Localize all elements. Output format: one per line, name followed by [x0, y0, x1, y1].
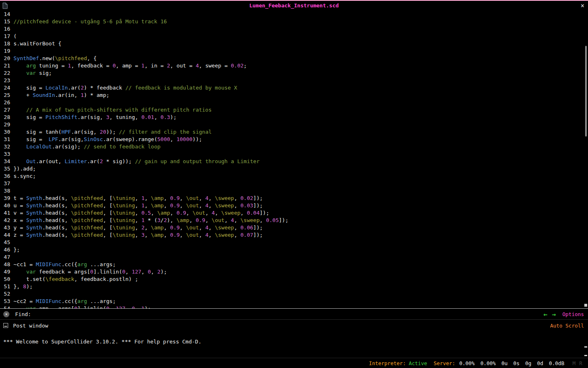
code-line[interactable]: 40u = Synth.head(s, \pitchfeed, [\tuning…: [0, 202, 588, 209]
code-editor[interactable]: 1415//pitchfeed device - utgång 5-6 på M…: [0, 11, 588, 309]
code-line[interactable]: 32 LocalOut.ar(sig); // send to feedback…: [0, 143, 588, 150]
line-number: 25: [0, 92, 13, 99]
code-token: .ar(sig,: [58, 136, 84, 142]
code-line[interactable]: 27 // A mix of two pitch-shifters with d…: [0, 106, 588, 114]
code-token: .head(s,: [42, 232, 71, 238]
code-token: Synth: [26, 202, 42, 209]
editor-scrollbar[interactable]: [584, 11, 588, 308]
code-token: LocalIn: [45, 85, 68, 91]
code-text: var feedback = args[0].linlin(0, 127, 0,…: [13, 268, 167, 276]
find-close-button[interactable]: ×: [3, 311, 9, 317]
find-input[interactable]: [35, 311, 543, 317]
line-number: 22: [0, 70, 13, 77]
code-line[interactable]: 19: [0, 47, 588, 55]
mute-indicator[interactable]: M: [572, 360, 576, 366]
code-token: 1: [68, 63, 71, 69]
code-token: 2: [157, 269, 160, 275]
code-token: ,: [199, 232, 205, 238]
code-line[interactable]: 31 sig = LPF.ar(sig,SinOsc.ar(sweep).ran…: [0, 136, 588, 143]
code-line[interactable]: 33: [0, 150, 588, 158]
code-token: 0.9: [170, 195, 180, 201]
code-line[interactable]: 48~cc1 = MIDIFunc.cc({arg ...args;: [0, 261, 588, 268]
code-line[interactable]: 49 var feedback = args[0].linlin(0, 127,…: [0, 268, 588, 276]
code-line[interactable]: 36s.sync;: [0, 173, 588, 180]
editor-scrollbar-thumb[interactable]: [585, 46, 587, 137]
code-token: \out: [212, 217, 224, 223]
window-close-icon[interactable]: ×: [581, 2, 584, 9]
line-number: 48: [0, 261, 13, 268]
find-next-button[interactable]: →: [552, 310, 556, 318]
line-number: 15: [0, 18, 13, 25]
code-line[interactable]: 18s.waitForBoot {: [0, 40, 588, 47]
auto-scroll-link[interactable]: Auto Scroll: [550, 323, 584, 329]
line-number: 27: [0, 106, 13, 114]
code-text: var sig;: [13, 70, 52, 77]
code-line[interactable]: 26: [0, 99, 588, 106]
code-line[interactable]: 28 sig = PitchShift.ar(sig, 3, tuning, 0…: [0, 114, 588, 121]
code-line[interactable]: 52: [0, 290, 588, 298]
code-token: , in =: [145, 63, 167, 69]
code-line[interactable]: 34 Out.ar(out, Limiter.ar(2 * sig)); // …: [0, 158, 588, 165]
code-token: // filter and clip the signal: [119, 129, 212, 135]
code-token: .head(s,: [42, 195, 71, 201]
code-line[interactable]: 25 + SoundIn.ar(in, 1) * amp;: [0, 92, 588, 99]
code-token: ,: [180, 195, 186, 201]
code-line[interactable]: 15//pitchfeed device - utgång 5-6 på Mot…: [0, 18, 588, 25]
code-line[interactable]: 43y = Synth.head(s, \pitchfeed, [\tuning…: [0, 224, 588, 231]
code-line[interactable]: 21 arg tuning = 1, feedback = 0, amp = 1…: [0, 62, 588, 70]
code-line[interactable]: 35}).add;: [0, 165, 588, 173]
code-line[interactable]: 44z = Synth.head(s, \pitchfeed, [\tuning…: [0, 231, 588, 239]
code-line[interactable]: 23: [0, 77, 588, 84]
code-line[interactable]: 53~cc2 = MIDIFunc.cc({arg ...args;: [0, 298, 588, 305]
code-token: /: [160, 217, 164, 223]
code-line[interactable]: 20SynthDef.new(\pitchfeed, {: [0, 55, 588, 62]
code-line[interactable]: 37: [0, 180, 588, 187]
code-text: ~cc2 = MIDIFunc.cc({arg ...args;: [13, 298, 116, 305]
post-scrollbar[interactable]: [584, 346, 587, 357]
code-line[interactable]: 47: [0, 254, 588, 261]
code-line[interactable]: 50 t.set(\feedback, feedback.postln) ;: [0, 276, 588, 283]
code-line[interactable]: 51}, 8);: [0, 283, 588, 290]
code-token: \sweep: [215, 195, 234, 201]
code-line[interactable]: 41v = Synth.head(s, \pitchfeed, [\tuning…: [0, 209, 588, 217]
code-token: ,: [180, 232, 186, 238]
code-line[interactable]: 38: [0, 187, 588, 195]
post-scroll-up-arrow[interactable]: [584, 346, 587, 348]
code-token: Synth: [26, 210, 42, 216]
code-token: ,: [241, 210, 247, 216]
record-indicator[interactable]: R: [579, 360, 582, 366]
code-token: \out: [186, 195, 199, 201]
code-line[interactable]: 30 sig = tanh(HPF.ar(sig, 20)); // filte…: [0, 128, 588, 136]
code-token: MIDIFunc: [36, 298, 62, 304]
code-token: \tuning: [113, 217, 135, 223]
code-token: 1: [141, 195, 145, 201]
code-line[interactable]: 39t = Synth.head(s, \pitchfeed, [\tuning…: [0, 195, 588, 202]
code-line[interactable]: 22 var sig;: [0, 70, 588, 77]
code-line[interactable]: 45: [0, 239, 588, 246]
code-token: ,: [209, 232, 215, 238]
code-token: s.sync;: [13, 173, 36, 179]
find-options-link[interactable]: Options: [562, 311, 584, 317]
code-text: y = Synth.head(s, \pitchfeed, [\tuning, …: [13, 224, 263, 231]
code-text: t = Synth.head(s, \pitchfeed, [\tuning, …: [13, 195, 263, 202]
code-token: ,: [135, 232, 141, 238]
code-token: 0.9: [196, 217, 205, 223]
code-line[interactable]: 16: [0, 25, 588, 33]
code-token: 0.01: [141, 114, 154, 120]
code-line[interactable]: 42x = Synth.head(s, \pitchfeed, [\tuning…: [0, 217, 588, 224]
server-stat-groups: 0g: [525, 360, 531, 366]
code-token: ]);: [253, 232, 263, 238]
find-previous-button[interactable]: ←: [543, 310, 548, 318]
code-line[interactable]: 17(: [0, 33, 588, 40]
code-line[interactable]: 24 sig = LocalIn.ar(2) * feedback // fee…: [0, 84, 588, 92]
post-window-content[interactable]: *** Welcome to SuperCollider 3.10.2. ***…: [0, 331, 588, 358]
code-token: , amp =: [116, 63, 141, 69]
code-line[interactable]: 29: [0, 121, 588, 128]
code-token: 0.07: [241, 232, 253, 238]
post-scroll-down-arrow[interactable]: [584, 355, 587, 356]
post-window-title: Post window: [13, 323, 48, 329]
code-line[interactable]: 46};: [0, 246, 588, 254]
code-line[interactable]: 54 var amp = args[0].linlin(0, 127, 0, 1…: [0, 305, 588, 309]
code-line[interactable]: 14: [0, 11, 588, 18]
line-number: 52: [0, 290, 13, 298]
